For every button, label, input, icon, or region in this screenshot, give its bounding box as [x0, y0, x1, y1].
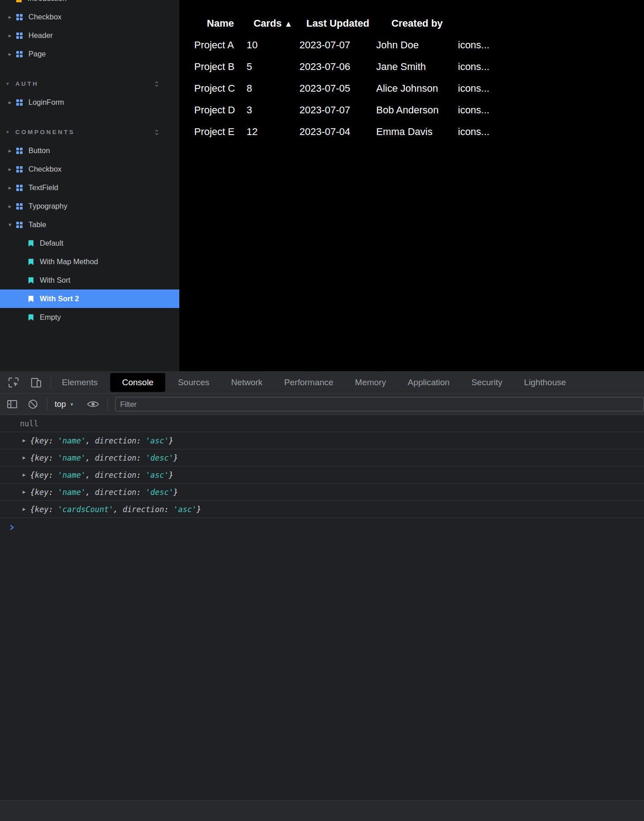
expand-triangle-icon[interactable]: ▶: [23, 472, 26, 478]
cell-created: Alice Johnson: [376, 78, 458, 99]
object-preview: {key: 'name', direction: 'desc'}: [30, 488, 178, 497]
console-log-entry[interactable]: ▶ {key: 'name', direction: 'asc'}: [0, 466, 644, 484]
table-header-row: Name Cards▲ Last Updated Created by: [194, 13, 517, 34]
sidebar-item-button[interactable]: ▸ Button: [0, 141, 179, 160]
tab-elements[interactable]: Elements: [51, 371, 108, 394]
console-log-entry[interactable]: ▶ {key: 'name', direction: 'desc'}: [0, 484, 644, 501]
tab-sources[interactable]: Sources: [167, 371, 220, 394]
null-value: null: [20, 419, 38, 428]
live-expression-eye-icon[interactable]: [87, 399, 99, 410]
sidebar-section-components: ▾ COMPONENTS ▸ Button ▸: [0, 123, 179, 327]
cell-name: Project C: [194, 78, 247, 99]
cell-cards: 12: [247, 121, 299, 143]
collapsed-chevron-icon[interactable]: ▸: [7, 32, 13, 39]
sidebar-item-label: Button: [28, 146, 50, 155]
console-prompt[interactable]: [0, 518, 644, 537]
object-preview: {key: 'name', direction: 'asc'}: [30, 436, 173, 445]
sidebar-item-loginform[interactable]: ▸ LoginForm: [0, 93, 179, 112]
divider: [107, 398, 108, 410]
app-window: Introduction ▸ Checkbox ▸ Header ▸: [0, 0, 644, 371]
chevron-down-icon: ▼: [70, 402, 74, 407]
cell-actions[interactable]: icons...: [458, 99, 517, 121]
section-header-components[interactable]: ▾ COMPONENTS: [0, 123, 179, 141]
cell-updated: 2023-07-07: [299, 99, 376, 121]
tab-console[interactable]: Console: [110, 373, 165, 392]
context-selector[interactable]: top ▼: [55, 400, 74, 409]
sidebar-item-table[interactable]: ▾ Table: [0, 215, 179, 234]
object-preview: {key: 'name', direction: 'desc'}: [30, 453, 178, 462]
story-bookmark-icon: [28, 277, 34, 284]
story-bookmark-icon: [28, 258, 34, 266]
collapsed-chevron-icon[interactable]: ▸: [7, 166, 13, 173]
sidebar-item-page[interactable]: ▸ Page: [0, 45, 179, 63]
expand-triangle-icon[interactable]: ▶: [23, 489, 26, 495]
sidebar-item-checkbox-top[interactable]: ▸ Checkbox: [0, 8, 179, 26]
tab-security[interactable]: Security: [461, 371, 513, 394]
story-label: With Sort 2: [40, 294, 79, 303]
component-icon: [16, 203, 23, 210]
sidebar-story-with-map-method[interactable]: With Map Method: [0, 252, 179, 271]
console-log-entry[interactable]: ▶ {key: 'name', direction: 'asc'}: [0, 432, 644, 449]
object-preview: {key: 'cardsCount', direction: 'asc'}: [30, 505, 201, 514]
table-row: Project B 5 2023-07-06 Jane Smith icons.…: [194, 56, 517, 78]
table-row: Project C 8 2023-07-05 Alice Johnson ico…: [194, 78, 517, 99]
docs-icon: [16, 0, 22, 2]
cell-actions[interactable]: icons...: [458, 121, 517, 143]
console-prompt-icon: [9, 524, 14, 531]
cell-actions[interactable]: icons...: [458, 34, 517, 56]
cell-actions[interactable]: icons...: [458, 78, 517, 99]
sidebar-item-checkbox[interactable]: ▸ Checkbox: [0, 160, 179, 178]
tab-memory[interactable]: Memory: [344, 371, 397, 394]
devtools-left-icons: [0, 376, 42, 389]
column-header-last-updated[interactable]: Last Updated: [299, 13, 376, 34]
tab-application[interactable]: Application: [397, 371, 461, 394]
column-header-created-by[interactable]: Created by: [376, 13, 458, 34]
console-log-entry[interactable]: null: [0, 415, 644, 432]
collapsed-chevron-icon[interactable]: ▸: [7, 184, 13, 191]
sidebar-item-label: Typography: [28, 202, 67, 210]
collapsed-chevron-icon[interactable]: ▸: [7, 51, 13, 57]
cell-actions[interactable]: icons...: [458, 56, 517, 78]
console-filter-input[interactable]: [115, 397, 644, 411]
column-header-actions: [458, 13, 517, 34]
sidebar-item-introduction[interactable]: Introduction: [0, 0, 179, 8]
section-chevron-icon[interactable]: ▾: [6, 81, 13, 87]
column-header-name[interactable]: Name: [194, 13, 247, 34]
sidebar-story-default[interactable]: Default: [0, 234, 179, 252]
section-title: COMPONENTS: [15, 129, 75, 135]
console-messages: null ▶ {key: 'name', direction: 'asc'} ▶…: [0, 415, 644, 800]
collapsed-chevron-icon[interactable]: ▸: [7, 147, 13, 154]
tab-lighthouse[interactable]: Lighthouse: [513, 371, 577, 394]
collapsed-chevron-icon[interactable]: ▸: [7, 99, 13, 106]
inspect-element-icon[interactable]: [7, 376, 20, 389]
tab-network[interactable]: Network: [220, 371, 274, 394]
console-log-entry[interactable]: ▶ {key: 'cardsCount', direction: 'asc'}: [0, 501, 644, 518]
sidebar-item-typography[interactable]: ▸ Typography: [0, 197, 179, 215]
tab-performance[interactable]: Performance: [273, 371, 344, 394]
expanded-chevron-icon[interactable]: ▾: [7, 221, 13, 228]
section-chevron-icon[interactable]: ▾: [6, 129, 13, 135]
sidebar-story-with-sort-2[interactable]: With Sort 2: [0, 289, 179, 308]
collapse-expand-icon[interactable]: [154, 129, 159, 136]
clear-console-icon[interactable]: [27, 398, 39, 410]
console-toolbar: top ▼: [0, 394, 644, 415]
collapse-expand-icon[interactable]: [154, 80, 159, 88]
sidebar-item-label: Table: [28, 220, 46, 229]
sidebar-item-textfield[interactable]: ▸ TextField: [0, 178, 179, 197]
projects-table: Name Cards▲ Last Updated Created by Proj…: [194, 13, 517, 143]
expand-triangle-icon[interactable]: ▶: [23, 438, 26, 443]
sidebar-item-header[interactable]: ▸ Header: [0, 26, 179, 45]
column-header-cards[interactable]: Cards▲: [247, 13, 299, 34]
section-header-auth[interactable]: ▾ AUTH: [0, 75, 179, 93]
console-sidebar-icon[interactable]: [6, 398, 18, 410]
sidebar-story-empty[interactable]: Empty: [0, 308, 179, 327]
collapsed-chevron-icon[interactable]: ▸: [7, 14, 13, 20]
devtools-tabbar: Elements Console Sources Network Perform…: [0, 371, 644, 394]
sidebar-item-label: TextField: [28, 183, 58, 192]
collapsed-chevron-icon[interactable]: ▸: [7, 203, 13, 210]
sidebar-story-with-sort[interactable]: With Sort: [0, 271, 179, 289]
console-log-entry[interactable]: ▶ {key: 'name', direction: 'desc'}: [0, 449, 644, 466]
expand-triangle-icon[interactable]: ▶: [23, 506, 26, 512]
device-toolbar-icon[interactable]: [30, 376, 42, 389]
expand-triangle-icon[interactable]: ▶: [23, 455, 26, 461]
